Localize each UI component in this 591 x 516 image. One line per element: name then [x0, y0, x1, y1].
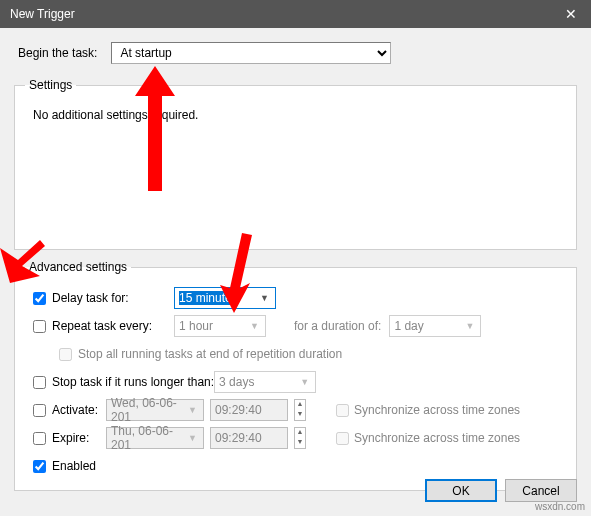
stop-at-end-label-wrap: Stop all running tasks at end of repetit… — [55, 345, 342, 364]
enabled-checkbox-label[interactable]: Enabled — [29, 457, 174, 476]
settings-legend: Settings — [25, 78, 76, 92]
delay-row: Delay task for: 15 minutes ▼ — [29, 284, 566, 312]
activate-checkbox[interactable] — [33, 404, 46, 417]
stop-at-end-row: Stop all running tasks at end of repetit… — [55, 340, 566, 368]
activate-time — [210, 399, 288, 421]
duration-value-select: 1 day ▼ — [389, 315, 481, 337]
activate-sync-checkbox — [336, 404, 349, 417]
repeat-label: Repeat task every: — [52, 319, 152, 333]
stop-at-end-checkbox — [59, 348, 72, 361]
titlebar: New Trigger ✕ — [0, 0, 591, 28]
stop-longer-row: Stop task if it runs longer than: 3 days… — [29, 368, 566, 396]
stop-at-end-label: Stop all running tasks at end of repetit… — [78, 347, 342, 361]
chevron-down-icon: ▼ — [188, 433, 199, 443]
settings-text: No additional settings required. — [33, 108, 566, 122]
watermark: wsxdn.com — [535, 501, 585, 512]
window-title: New Trigger — [10, 7, 75, 21]
chevron-down-icon: ▼ — [250, 321, 261, 331]
expire-time — [210, 427, 288, 449]
repeat-checkbox[interactable] — [33, 320, 46, 333]
time-spinner: ▲▼ — [294, 399, 306, 421]
footer-buttons: OK Cancel — [425, 479, 577, 502]
delay-checkbox[interactable] — [33, 292, 46, 305]
expire-checkbox[interactable] — [33, 432, 46, 445]
chevron-down-icon: ▼ — [465, 321, 476, 331]
expire-sync-label: Synchronize across time zones — [354, 431, 520, 445]
activate-checkbox-label[interactable]: Activate: — [29, 401, 106, 420]
close-button[interactable]: ✕ — [551, 0, 591, 28]
repeat-value-select: 1 hour ▼ — [174, 315, 266, 337]
expire-date: Thu, 06-06-201 ▼ — [106, 427, 204, 449]
activate-date: Wed, 06-06-201 ▼ — [106, 399, 204, 421]
begin-task-select[interactable]: At startup — [111, 42, 391, 64]
time-spinner: ▲▼ — [294, 427, 306, 449]
delay-checkbox-label[interactable]: Delay task for: — [29, 289, 174, 308]
expire-checkbox-label[interactable]: Expire: — [29, 429, 106, 448]
enabled-label: Enabled — [52, 459, 96, 473]
activate-sync-label: Synchronize across time zones — [354, 403, 520, 417]
delay-label: Delay task for: — [52, 291, 129, 305]
stop-longer-checkbox-label[interactable]: Stop task if it runs longer than: — [29, 373, 214, 392]
expire-sync-checkbox — [336, 432, 349, 445]
begin-row: Begin the task: At startup — [18, 42, 579, 64]
activate-row: Activate: Wed, 06-06-201 ▼ ▲▼ Synchroniz… — [29, 396, 566, 424]
expire-label: Expire: — [52, 431, 106, 445]
chevron-down-icon: ▼ — [300, 377, 311, 387]
stop-longer-value-select: 3 days ▼ — [214, 371, 316, 393]
delay-value-select[interactable]: 15 minutes ▼ — [174, 287, 276, 309]
chevron-down-icon: ▼ — [188, 405, 199, 415]
activate-sync-wrap: Synchronize across time zones — [332, 401, 520, 420]
activate-label: Activate: — [52, 403, 106, 417]
expire-datetime: Thu, 06-06-201 ▼ ▲▼ — [106, 427, 306, 449]
expire-row: Expire: Thu, 06-06-201 ▼ ▲▼ Synchronize … — [29, 424, 566, 452]
advanced-group: Advanced settings Delay task for: 15 min… — [14, 260, 577, 491]
stop-longer-label: Stop task if it runs longer than: — [52, 375, 214, 389]
expire-sync-wrap: Synchronize across time zones — [332, 429, 520, 448]
begin-label: Begin the task: — [18, 46, 97, 60]
advanced-legend: Advanced settings — [25, 260, 131, 274]
ok-button[interactable]: OK — [425, 479, 497, 502]
chevron-down-icon: ▼ — [260, 293, 271, 303]
cancel-button[interactable]: Cancel — [505, 479, 577, 502]
repeat-checkbox-label[interactable]: Repeat task every: — [29, 317, 174, 336]
enabled-row: Enabled — [29, 452, 566, 480]
repeat-row: Repeat task every: 1 hour ▼ for a durati… — [29, 312, 566, 340]
stop-longer-checkbox[interactable] — [33, 376, 46, 389]
duration-label: for a duration of: — [294, 319, 381, 333]
enabled-checkbox[interactable] — [33, 460, 46, 473]
dialog-content: Begin the task: At startup Settings No a… — [0, 28, 591, 516]
settings-group: Settings No additional settings required… — [14, 78, 577, 250]
activate-datetime: Wed, 06-06-201 ▼ ▲▼ — [106, 399, 306, 421]
